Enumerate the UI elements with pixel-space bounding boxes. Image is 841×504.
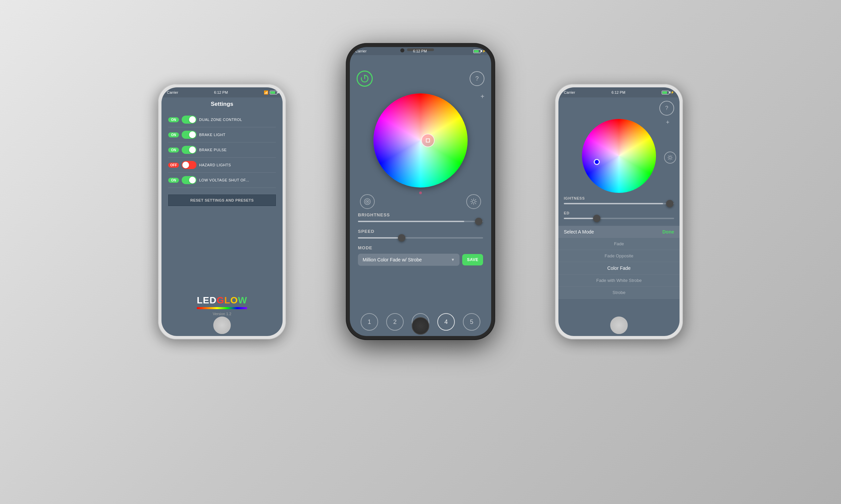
mode-item-fade-opposite[interactable]: Fade Opposite: [559, 250, 680, 262]
tab-2[interactable]: 2: [386, 313, 404, 331]
target-icon-btn[interactable]: [360, 194, 375, 209]
glow-o2: O: [230, 295, 238, 305]
toggle-hazard[interactable]: OFF: [168, 163, 179, 168]
switch-hazard[interactable]: [182, 161, 196, 169]
battery-icon-right: [662, 91, 669, 94]
color-wheel-main[interactable]: [373, 93, 468, 187]
help-button-right[interactable]: ?: [659, 101, 674, 115]
switch-brake-pulse[interactable]: [182, 146, 196, 154]
mode-done-button[interactable]: Done: [663, 229, 674, 235]
glow-o1: L: [224, 295, 230, 305]
right-color-wheel[interactable]: [582, 119, 656, 193]
settings-item-brake-light[interactable]: ON BRAKE LIGHT: [168, 127, 276, 142]
toggle-dual-zone[interactable]: ON: [168, 117, 179, 122]
carrier-center: Carrier: [355, 49, 367, 53]
status-bar-center: Carrier 6:12 PM ⚡: [350, 47, 491, 55]
status-icons-center: ⚡: [473, 49, 486, 53]
glow-text: G: [217, 295, 224, 305]
right-color-cursor[interactable]: [594, 159, 600, 165]
settings-item-hazard[interactable]: OFF HAZARD LIGHTS: [168, 158, 276, 173]
plus-icon[interactable]: +: [480, 93, 484, 101]
phone-center: Carrier 6:12 PM ⚡: [346, 44, 495, 339]
brightness-track[interactable]: [358, 221, 483, 222]
brightness-fill: [358, 221, 464, 222]
tab-5[interactable]: 5: [463, 313, 480, 331]
right-gear-btn[interactable]: [664, 151, 676, 164]
brightness-section: BRIGHTNESS: [350, 212, 491, 229]
mode-item-fade-white-strobe[interactable]: Fade with White Strobe: [559, 274, 680, 287]
switch-brake-light[interactable]: [182, 131, 196, 139]
home-button-center[interactable]: [412, 317, 429, 335]
brightness-thumb[interactable]: [475, 218, 482, 225]
battery-icon-center: [473, 49, 481, 53]
speed-thumb[interactable]: [398, 234, 405, 241]
mode-item-strobe[interactable]: Strobe: [559, 287, 680, 299]
home-button-right[interactable]: [610, 317, 628, 334]
phones-container: Carrier 6:12 PM 📶 Settings ON DUAL ZONE …: [50, 17, 791, 487]
status-bar-left: Carrier 6:12 PM 📶: [161, 87, 282, 97]
color-cursor-inner: [426, 139, 430, 142]
right-app-screen: Carrier 6:12 PM ⚡ ?: [559, 87, 680, 336]
toggle-brake-pulse[interactable]: ON: [168, 147, 179, 152]
phone-frame-center: Carrier 6:12 PM ⚡: [346, 44, 495, 339]
switch-low-voltage[interactable]: [182, 176, 196, 184]
mode-label: MODE: [358, 245, 483, 250]
right-toolbar: ?: [559, 97, 680, 119]
right-brightness-fill: [564, 203, 663, 204]
main-app-screen: Carrier 6:12 PM ⚡: [350, 47, 491, 336]
right-speed-thumb[interactable]: [593, 215, 600, 222]
brightness-label: BRIGHTNESS: [358, 212, 483, 217]
speed-track[interactable]: [358, 237, 483, 238]
status-bar-right: Carrier 6:12 PM ⚡: [559, 87, 680, 97]
color-wheel-container[interactable]: +: [350, 90, 491, 191]
label-hazard: HAZARD LIGHTS: [199, 163, 231, 167]
right-speed-fill: [564, 218, 597, 219]
dropdown-arrow: ▼: [451, 257, 455, 262]
carrier-left: Carrier: [167, 90, 178, 94]
toggle-low-voltage[interactable]: ON: [168, 178, 179, 183]
mode-dropdown[interactable]: Million Color Fade w/ Strobe ▼: [358, 254, 460, 266]
speed-fill: [358, 237, 402, 238]
settings-item-brake-pulse[interactable]: ON BRAKE PULSE: [168, 142, 276, 158]
phone-frame-right: Carrier 6:12 PM ⚡ ?: [556, 85, 682, 339]
tab-5-label: 5: [470, 319, 473, 326]
save-button[interactable]: SAVE: [462, 254, 483, 266]
tab-1[interactable]: 1: [361, 313, 378, 331]
version-text: Version 1.2: [212, 312, 231, 316]
home-button-left[interactable]: [213, 317, 231, 334]
right-brightness-track[interactable]: [564, 203, 674, 204]
tab-4[interactable]: 4: [437, 313, 455, 331]
help-icon-right: ?: [665, 105, 668, 111]
mode-value: Million Color Fade w/ Strobe: [363, 257, 422, 263]
rainbow-bar: [197, 307, 247, 309]
target-icon: [364, 198, 371, 205]
power-icon: [360, 74, 370, 83]
color-cursor[interactable]: [421, 134, 435, 147]
time-right: 6:12 PM: [612, 90, 625, 94]
gear-icon-btn[interactable]: [466, 194, 481, 209]
mode-list: Fade Fade Opposite Color Fade Fade with …: [559, 238, 680, 299]
right-speed-label: ED: [564, 211, 674, 215]
phone-left: Carrier 6:12 PM 📶 Settings ON DUAL ZONE …: [158, 84, 286, 339]
reset-button[interactable]: RESET SETTINGS AND PRESETS: [168, 195, 276, 206]
right-gear-icon: [667, 155, 673, 161]
switch-dual-zone[interactable]: [182, 115, 196, 124]
tab-2-label: 2: [393, 319, 397, 326]
label-dual-zone: DUAL ZONE CONTROL: [199, 118, 242, 122]
power-button[interactable]: [357, 71, 373, 87]
logo-text: LEDGLOW: [197, 295, 247, 306]
settings-item-dual-zone[interactable]: ON DUAL ZONE CONTROL: [168, 112, 276, 127]
mode-item-fade[interactable]: Fade: [559, 238, 680, 250]
carrier-right: Carrier: [564, 90, 575, 94]
right-brightness-thumb[interactable]: [666, 200, 673, 207]
right-sliders: IGHTNESS ED: [559, 196, 680, 219]
right-plus-icon: +: [666, 119, 669, 126]
right-speed-track[interactable]: [564, 218, 674, 219]
mode-item-color-fade[interactable]: Color Fade: [559, 262, 680, 274]
right-wheel-container[interactable]: +: [559, 119, 680, 196]
settings-item-low-voltage[interactable]: ON LOW VOLTAGE SHUT OF...: [168, 173, 276, 188]
status-icons-right: ⚡: [662, 91, 674, 94]
color-cursor-dot: [419, 192, 422, 194]
toggle-brake-light[interactable]: ON: [168, 132, 179, 138]
help-button[interactable]: ?: [469, 71, 484, 86]
